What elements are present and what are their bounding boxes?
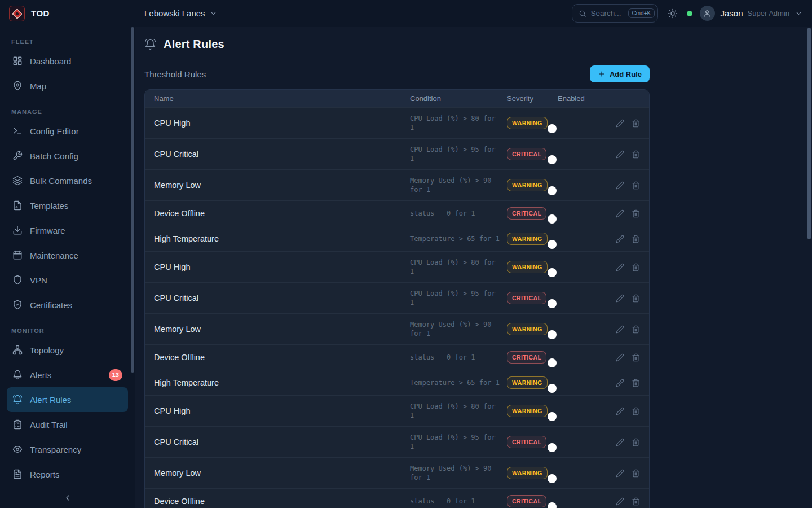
sidebar-scrollbar[interactable] (131, 27, 134, 373)
edit-rule-button[interactable] (616, 497, 624, 506)
severity-badge: WARNING (507, 117, 548, 129)
edit-rule-button[interactable] (616, 294, 624, 303)
delete-rule-button[interactable] (632, 263, 640, 271)
severity-badge: CRITICAL (507, 207, 546, 220)
user-name: Jason (721, 8, 743, 18)
tod-logo-icon (9, 6, 25, 21)
severity-badge: CRITICAL (507, 351, 546, 364)
delete-rule-button[interactable] (632, 209, 640, 218)
avatar[interactable] (700, 6, 715, 21)
column-header-condition: Condition (410, 94, 501, 103)
sidebar-item-reports[interactable]: Reports (7, 462, 128, 487)
rule-name: CPU High (154, 262, 404, 271)
sidebar-item-maintenance[interactable]: Maintenance (7, 243, 128, 268)
threshold-rules-table: Name Condition Severity Enabled CPU High… (144, 89, 650, 508)
sidebar-item-label: Certificates (30, 300, 72, 310)
user-role: Super Admin (748, 9, 789, 17)
sidebar-item-certificates[interactable]: Certificates (7, 292, 128, 317)
delete-rule-button[interactable] (632, 119, 640, 128)
search-input[interactable] (591, 9, 624, 17)
sidebar-item-audit-trail[interactable]: Audit Trail (7, 412, 128, 437)
table-row: CPU HighCPU Load (%) > 80 for 1WARNING (145, 251, 649, 282)
org-switcher[interactable]: Lebowski Lanes (144, 8, 218, 18)
delete-rule-button[interactable] (632, 181, 640, 190)
delete-rule-button[interactable] (632, 379, 640, 387)
sidebar-item-alerts[interactable]: Alerts13 (7, 362, 128, 387)
sidebar-item-batch-config[interactable]: Batch Config (7, 143, 128, 168)
sidebar-item-vpn[interactable]: VPN (7, 268, 128, 292)
delete-rule-button[interactable] (632, 294, 640, 303)
severity-badge: WARNING (507, 376, 548, 389)
sidebar-item-label: Audit Trail (30, 420, 68, 430)
sidebar-item-templates[interactable]: Templates (7, 193, 128, 218)
search-box[interactable]: Cmd+K (572, 4, 658, 23)
delete-rule-button[interactable] (632, 497, 640, 506)
add-rule-button[interactable]: Add Rule (590, 65, 650, 82)
edit-rule-button[interactable] (616, 353, 624, 362)
table-row: Device Offlinestatus = 0 for 1CRITICAL (145, 488, 649, 508)
rule-condition: CPU Load (%) > 95 for 1 (410, 145, 501, 163)
sidebar-collapse-button[interactable] (63, 493, 72, 502)
sidebar-item-map[interactable]: Map (7, 73, 128, 98)
sidebar-item-label: Dashboard (30, 56, 71, 66)
edit-rule-button[interactable] (616, 379, 624, 387)
edit-rule-button[interactable] (616, 263, 624, 271)
delete-rule-button[interactable] (632, 353, 640, 362)
sidebar-item-label: Batch Config (30, 151, 78, 161)
wrench-icon (12, 151, 23, 161)
sidebar-footer (0, 487, 135, 508)
delete-rule-button[interactable] (632, 325, 640, 334)
edit-rule-button[interactable] (616, 438, 624, 446)
brand-name: TOD (31, 8, 50, 18)
sidebar-item-firmware[interactable]: Firmware (7, 218, 128, 243)
delete-rule-button[interactable] (632, 235, 640, 243)
sidebar-item-bulk-commands[interactable]: Bulk Commands (7, 168, 128, 193)
delete-rule-button[interactable] (632, 438, 640, 446)
table-row: Device Offlinestatus = 0 for 1CRITICAL (145, 200, 649, 226)
edit-rule-button[interactable] (616, 407, 624, 415)
rule-name: Memory Low (154, 181, 404, 190)
table-row: CPU HighCPU Load (%) > 80 for 1WARNING (145, 107, 649, 138)
edit-rule-button[interactable] (616, 325, 624, 334)
edit-rule-button[interactable] (616, 119, 624, 128)
table-header: Name Condition Severity Enabled (145, 90, 649, 107)
chevron-down-icon (209, 9, 218, 17)
download-icon (12, 225, 23, 235)
search-shortcut: Cmd+K (628, 8, 655, 18)
rule-condition: Temperature > 65 for 1 (410, 378, 501, 387)
severity-badge: CRITICAL (507, 148, 546, 160)
brand: TOD (0, 0, 135, 27)
edit-rule-button[interactable] (616, 235, 624, 243)
alerts-count-badge: 13 (109, 369, 122, 381)
sidebar-item-config-editor[interactable]: Config Editor (7, 119, 128, 143)
sidebar-item-dashboard[interactable]: Dashboard (7, 49, 128, 73)
section-row: Threshold Rules Add Rule (144, 65, 650, 82)
sidebar-item-alert-rules[interactable]: Alert Rules (7, 387, 128, 412)
delete-rule-button[interactable] (632, 150, 640, 159)
bell-ring-icon (12, 395, 23, 405)
edit-rule-button[interactable] (616, 209, 624, 218)
rule-name: CPU High (154, 406, 404, 415)
rule-name: CPU Critical (154, 437, 404, 446)
edit-rule-button[interactable] (616, 181, 624, 190)
delete-rule-button[interactable] (632, 407, 640, 415)
main-scrollbar[interactable] (807, 28, 811, 239)
rule-condition: CPU Load (%) > 95 for 1 (410, 433, 501, 451)
sidebar-item-topology[interactable]: Topology (7, 338, 128, 362)
sidebar-item-transparency[interactable]: Transparency (7, 437, 128, 462)
rule-name: High Temperature (154, 378, 404, 387)
sidebar-item-label: VPN (30, 275, 47, 285)
rule-name: CPU Critical (154, 150, 404, 159)
edit-rule-button[interactable] (616, 469, 624, 478)
page-header: Alert Rules (144, 36, 650, 52)
chevron-down-icon[interactable] (795, 9, 803, 17)
sun-icon[interactable] (668, 8, 678, 19)
topology-icon (12, 345, 23, 355)
eye-icon (12, 444, 23, 454)
clipboard-list-icon (12, 419, 23, 430)
edit-rule-button[interactable] (616, 150, 624, 159)
dashboard-icon (12, 56, 23, 66)
table-row: Memory LowMemory Used (%) > 90 for 1WARN… (145, 457, 649, 488)
delete-rule-button[interactable] (632, 469, 640, 478)
sidebar-item-label: Bulk Commands (30, 176, 92, 186)
